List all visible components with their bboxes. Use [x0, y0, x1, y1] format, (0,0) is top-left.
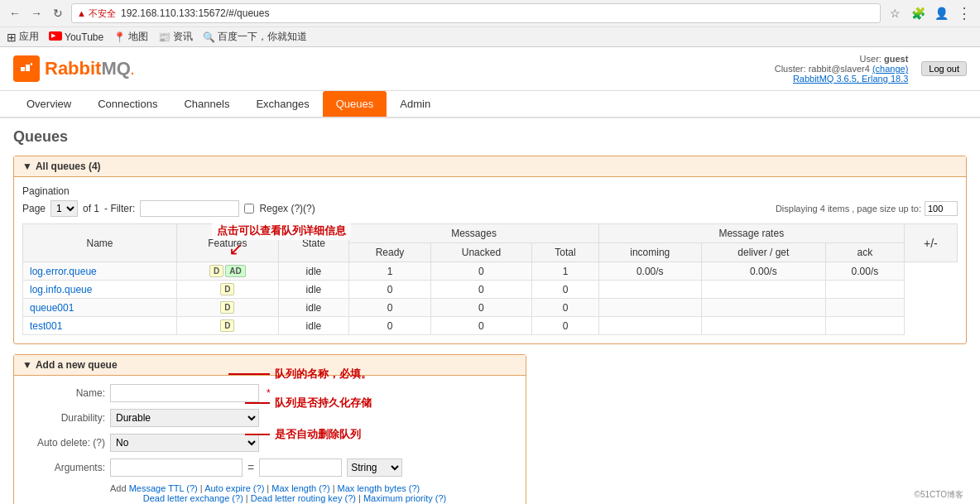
logout-button[interactable]: Log out — [921, 61, 967, 76]
news-label: 资讯 — [173, 30, 193, 44]
bookmarks-bar: ⊞ 应用 YouTube 📍 地图 📰 资讯 🔍 百度一下，你就知道 — [0, 26, 980, 46]
svg-rect-3 — [31, 63, 32, 65]
apps-icon: ⊞ — [7, 31, 17, 44]
queue-ready-cell: 1 — [349, 262, 430, 281]
rmq-content: Queues ▼ All queues (4) Pagination — [0, 118, 980, 504]
queue-name-link[interactable]: log.error.queue — [30, 266, 97, 277]
forward-button[interactable]: → — [28, 5, 45, 22]
th-ready: Ready — [349, 243, 430, 262]
th-deliver-get: deliver / get — [701, 243, 825, 262]
pagination-left: Page 1 of 1 - Filter: Regex (?)(?) — [22, 200, 315, 217]
pagination-right: Displaying 4 items , page size up to: — [776, 201, 958, 216]
reload-button[interactable]: ↻ — [50, 5, 66, 22]
nav-queues[interactable]: Queues — [323, 91, 387, 117]
page-container: RabbitMQ. User: guest Cluster: rabbit@sl… — [0, 47, 980, 504]
queue-ack-cell: 0.00/s — [826, 262, 905, 281]
rmq-header: RabbitMQ. User: guest Cluster: rabbit@sl… — [0, 47, 980, 91]
map-icon: 📍 — [113, 31, 126, 43]
arguments-value-input[interactable] — [259, 458, 342, 477]
queue-incoming-cell — [598, 317, 701, 335]
table-row: log.error.queueDADidle1010.00/s0.00/s0.0… — [23, 262, 958, 281]
queue-ready-cell: 0 — [349, 281, 430, 299]
arguments-input[interactable] — [110, 458, 243, 477]
queue-name-link[interactable]: queue001 — [30, 302, 74, 314]
rmq-user-info: User: guest Cluster: rabbit@slaver4 (cha… — [775, 54, 909, 84]
apps-bookmark[interactable]: ⊞ 应用 — [7, 30, 39, 44]
durability-row: Durability: Durable Transient — [22, 409, 517, 427]
menu-button[interactable]: ⋮ — [955, 4, 973, 22]
nav-admin[interactable]: Admin — [387, 91, 444, 117]
baidu-bookmark[interactable]: 🔍 百度一下，你就知道 — [203, 30, 307, 44]
th-rates-group: Message rates — [598, 224, 904, 243]
max-length-bytes-link[interactable]: Max length bytes (?) — [338, 483, 420, 493]
profile-button[interactable]: 👤 — [932, 4, 950, 22]
queue-deliver_get-cell — [701, 299, 825, 317]
page-size-input[interactable] — [925, 201, 958, 216]
queue-total-cell: 0 — [532, 281, 599, 299]
maximum-priority-link[interactable]: Maximum priority (?) — [363, 493, 446, 503]
queue-deliver_get-cell — [701, 281, 825, 299]
browser-chrome: ← → ↻ ▲ 不安全 192.168.110.133:15672/#/queu… — [0, 0, 980, 47]
nav-overview[interactable]: Overview — [13, 91, 84, 117]
th-unacked: Unacked — [430, 243, 532, 262]
queue-features-cell: D — [177, 281, 279, 299]
youtube-icon — [49, 31, 62, 43]
add-collapse-icon[interactable]: ▼ — [22, 359, 32, 371]
watermark: ©51CTO博客 — [915, 489, 963, 501]
nav-connections[interactable]: Connections — [84, 91, 171, 117]
extensions-button[interactable]: 🧩 — [909, 4, 927, 22]
dead-letter-routing-key-link[interactable]: Dead letter routing key (?) — [251, 493, 356, 503]
feature-badge: D — [209, 265, 223, 277]
filter-input[interactable] — [140, 200, 239, 217]
baidu-label: 百度一下，你就知道 — [218, 30, 307, 44]
regex-label: Regex (?)(?) — [259, 203, 315, 214]
collapse-icon[interactable]: ▼ — [22, 161, 32, 172]
arguments-type-select[interactable]: String Number Boolean — [347, 458, 402, 477]
filter-label: - Filter: — [104, 203, 135, 214]
message-ttl-link[interactable]: Message TTL (?) — [129, 483, 198, 493]
feature-badge: D — [220, 319, 234, 332]
th-total: Total — [532, 243, 599, 262]
nav-channels[interactable]: Channels — [171, 91, 243, 117]
durability-select[interactable]: Durable Transient — [110, 409, 259, 427]
url-text: 192.168.110.133:15672/#/queues — [121, 7, 270, 19]
table-row: log.info.queueDidle000 — [23, 281, 958, 299]
th-plus-minus[interactable]: +/- — [904, 224, 957, 262]
regex-checkbox[interactable] — [244, 204, 254, 214]
name-row: Name: * — [22, 384, 517, 402]
queue-name-cell: test001 — [23, 317, 177, 335]
youtube-bookmark[interactable]: YouTube — [49, 31, 103, 43]
bookmark-star-button[interactable]: ☆ — [886, 4, 904, 22]
max-length-link[interactable]: Max length (?) — [271, 483, 329, 493]
news-bookmark[interactable]: 📰 资讯 — [158, 30, 193, 44]
back-button[interactable]: ← — [7, 5, 23, 22]
baidu-icon: 🔍 — [203, 31, 215, 43]
map-bookmark[interactable]: 📍 地图 — [113, 30, 148, 44]
displaying-label: Displaying 4 items , page size up to: — [776, 204, 921, 214]
user-name: guest — [884, 54, 908, 64]
queue-ack-cell — [826, 299, 905, 317]
cluster-change-link[interactable]: (change) — [872, 64, 908, 74]
queue-ready-cell: 0 — [349, 299, 430, 317]
queue-state-cell: idle — [278, 299, 349, 317]
dead-letter-exchange-link[interactable]: Dead letter exchange (?) — [143, 493, 243, 503]
version-link[interactable]: RabbitMQ 3.6.5, Erlang 18.3 — [793, 74, 908, 84]
queue-name-link[interactable]: log.info.queue — [30, 284, 92, 295]
page-select[interactable]: 1 — [50, 200, 78, 217]
auto-expire-link[interactable]: Auto expire (?) — [204, 483, 264, 493]
queue-ack-cell — [826, 317, 905, 335]
add-label: Add — [110, 483, 127, 493]
name-input[interactable] — [110, 384, 259, 402]
page-label: Page — [22, 203, 46, 214]
nav-exchanges[interactable]: Exchanges — [243, 91, 322, 117]
apps-label: 应用 — [19, 30, 39, 44]
page-title: Queues — [13, 128, 967, 146]
rmq-logo-icon — [13, 55, 40, 82]
queue-total-cell: 0 — [532, 299, 599, 317]
queue-unacked-cell: 0 — [430, 299, 532, 317]
address-bar[interactable]: ▲ 不安全 192.168.110.133:15672/#/queues — [71, 3, 881, 23]
queue-name-link[interactable]: test001 — [30, 320, 62, 332]
add-queue-body: Name: * Durability: Durable Transient — [14, 376, 526, 504]
user-label: User: — [860, 54, 882, 64]
auto-delete-select[interactable]: No Yes — [110, 434, 259, 452]
